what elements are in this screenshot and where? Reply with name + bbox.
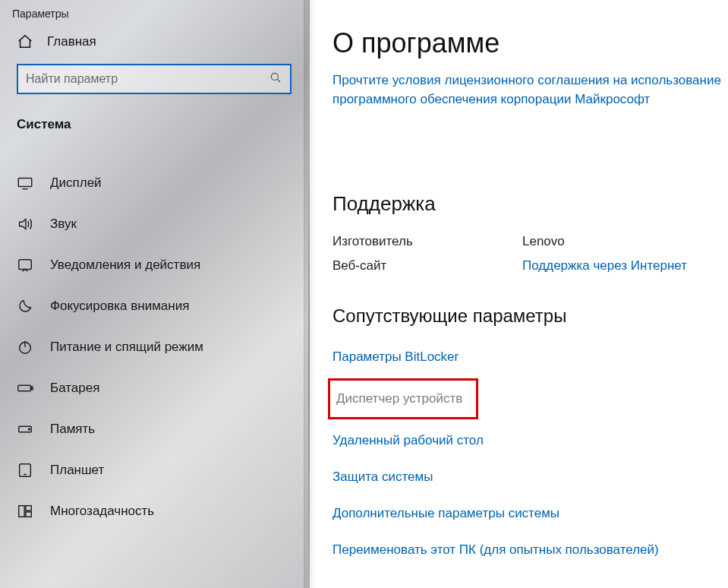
power-icon: [17, 339, 33, 356]
main-content: О программе Прочтите условия лицензионно…: [310, 0, 728, 588]
nav-item-battery[interactable]: Батарея: [0, 368, 308, 409]
svg-rect-13: [19, 506, 24, 517]
nav-item-notifications[interactable]: Уведомления и действия: [0, 245, 308, 286]
nav-label: Батарея: [50, 381, 99, 396]
battery-icon: [17, 380, 33, 397]
nav-item-display[interactable]: Дисплей: [0, 163, 308, 204]
svg-line-1: [277, 79, 280, 82]
sound-icon: [17, 216, 33, 232]
manufacturer-label: Изготовитель: [332, 234, 522, 249]
nav-label: Многозадачность: [50, 504, 154, 519]
display-icon: [17, 175, 33, 191]
storage-icon: [17, 421, 33, 438]
window-title: Параметры: [0, 0, 308, 26]
nav-item-power[interactable]: Питание и спящий режим: [0, 327, 308, 368]
svg-rect-8: [31, 387, 33, 390]
sidebar: Параметры Главная Система Дисплей: [0, 0, 310, 588]
home-label: Главная: [47, 34, 96, 49]
nav-label: Питание и спящий режим: [50, 340, 203, 355]
nav-item-tablet[interactable]: Планшет: [0, 450, 308, 491]
link-advanced-system[interactable]: Дополнительные параметры системы: [332, 495, 722, 532]
support-heading: Поддержка: [332, 192, 722, 216]
website-label: Веб-сайт: [332, 258, 522, 273]
home-nav[interactable]: Главная: [0, 26, 308, 64]
support-row-manufacturer: Изготовитель Lenovo: [332, 234, 722, 249]
link-device-manager[interactable]: Диспетчер устройств: [329, 384, 476, 414]
focus-icon: [17, 298, 33, 315]
settings-window: Параметры Главная Система Дисплей: [0, 0, 728, 588]
manufacturer-value: Lenovo: [522, 234, 565, 249]
nav-item-multitasking[interactable]: Многозадачность: [0, 491, 308, 532]
page-title: О программе: [332, 27, 722, 59]
svg-rect-15: [26, 512, 31, 517]
svg-point-10: [29, 428, 30, 430]
website-link[interactable]: Поддержка через Интернет: [522, 258, 687, 273]
related-heading: Сопутствующие параметры: [332, 305, 722, 327]
highlight-device-manager: Диспетчер устройств: [328, 378, 478, 419]
svg-rect-14: [26, 506, 31, 511]
nav-item-storage[interactable]: Память: [0, 409, 308, 450]
svg-point-0: [271, 73, 278, 80]
section-label: Система: [0, 114, 308, 147]
nav-label: Фокусировка внимания: [50, 299, 189, 314]
search-container: [0, 64, 308, 114]
nav-label: Звук: [50, 217, 77, 232]
link-bitlocker[interactable]: Параметры BitLocker: [332, 339, 722, 375]
nav-item-focus[interactable]: Фокусировка внимания: [0, 286, 308, 327]
search-icon: [269, 71, 282, 87]
nav-label: Уведомления и действия: [50, 258, 200, 273]
support-row-website: Веб-сайт Поддержка через Интернет: [332, 258, 722, 273]
svg-rect-4: [19, 260, 32, 270]
nav-item-sound[interactable]: Звук: [0, 204, 308, 245]
notifications-icon: [17, 257, 33, 273]
link-rename-pc[interactable]: Переименовать этот ПК (для опытных польз…: [332, 532, 722, 568]
svg-rect-7: [18, 385, 31, 390]
svg-rect-2: [18, 179, 31, 187]
nav-label: Планшет: [50, 463, 104, 478]
link-remote-desktop[interactable]: Удаленный рабочий стол: [332, 422, 722, 459]
nav-label: Дисплей: [50, 175, 102, 191]
link-system-protection[interactable]: Защита системы: [332, 459, 722, 495]
license-link[interactable]: Прочтите условия лицензионного соглашени…: [332, 71, 722, 109]
tablet-icon: [17, 462, 33, 479]
home-icon: [17, 33, 33, 50]
search-input[interactable]: [26, 72, 269, 86]
nav-list: Дисплей Звук Уведомления и действия Фоку…: [0, 147, 308, 532]
multitasking-icon: [17, 503, 33, 520]
nav-label: Память: [50, 422, 95, 437]
search-box[interactable]: [17, 64, 292, 94]
